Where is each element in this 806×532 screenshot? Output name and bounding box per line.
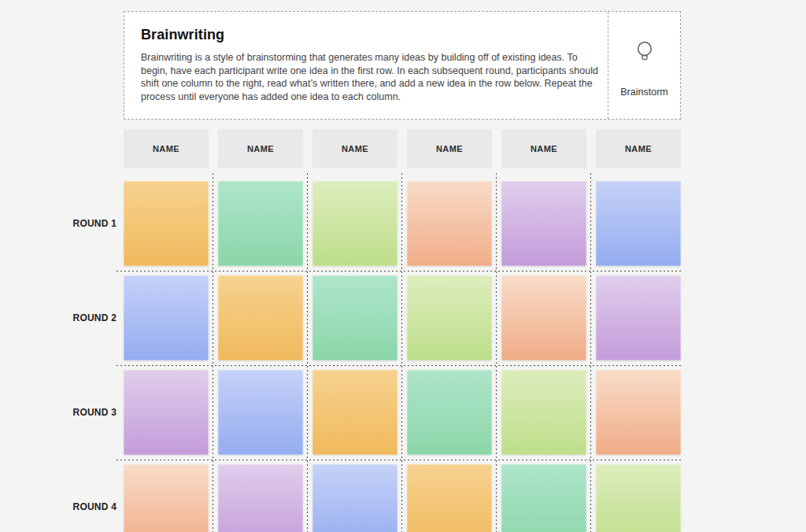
round-label-1: ROUND 1 bbox=[38, 181, 116, 266]
sticky-note-round3-col5-lime[interactable] bbox=[501, 370, 586, 455]
sticky-note-round4-col2-purple[interactable] bbox=[218, 464, 303, 532]
round-label-3: ROUND 3 bbox=[38, 370, 116, 455]
sticky-note-round2-col1-blue[interactable] bbox=[124, 275, 209, 360]
brainstorm-label: Brainstorm bbox=[620, 87, 667, 98]
sticky-note-round2-col6-purple[interactable] bbox=[596, 275, 681, 360]
sticky-note-round3-col3-orange[interactable] bbox=[312, 370, 397, 455]
page-title: Brainwriting bbox=[141, 27, 598, 43]
round-label-2: ROUND 2 bbox=[38, 275, 116, 360]
sticky-note-round2-col4-lime[interactable] bbox=[407, 275, 492, 360]
sticky-note-round1-col5-purple[interactable] bbox=[501, 181, 586, 266]
sticky-note-round1-col1-orange[interactable] bbox=[124, 181, 209, 266]
sticky-note-round1-col2-mint[interactable] bbox=[218, 181, 303, 266]
sticky-note-round4-col3-blue[interactable] bbox=[312, 464, 397, 532]
column-divider-line bbox=[213, 173, 213, 532]
sticky-note-round3-col4-mint[interactable] bbox=[407, 370, 492, 455]
sticky-note-round1-col6-blue[interactable] bbox=[596, 181, 681, 266]
sticky-note-round2-col2-orange[interactable] bbox=[218, 275, 303, 360]
sticky-note-round2-col5-peach[interactable] bbox=[501, 275, 586, 360]
column-divider-line bbox=[401, 173, 402, 532]
column-divider-line bbox=[590, 173, 591, 532]
sticky-note-round4-col1-peach[interactable] bbox=[124, 464, 209, 532]
header-main: Brainwriting Brainwriting is a style of … bbox=[124, 12, 608, 119]
header-card: Brainwriting Brainwriting is a style of … bbox=[124, 11, 681, 120]
column-header-6[interactable]: NAME bbox=[596, 129, 681, 168]
sticky-note-round2-col3-mint[interactable] bbox=[312, 275, 397, 360]
column-header-4[interactable]: NAME bbox=[407, 129, 492, 168]
row-divider-line bbox=[116, 271, 682, 272]
brainstorm-badge: Brainstorm bbox=[608, 12, 680, 119]
sticky-note-round3-col2-blue[interactable] bbox=[218, 370, 303, 455]
sticky-note-round3-col6-peach[interactable] bbox=[596, 370, 681, 455]
sticky-note-round3-col1-purple[interactable] bbox=[124, 370, 209, 455]
column-header-3[interactable]: NAME bbox=[312, 129, 397, 168]
column-header-2[interactable]: NAME bbox=[218, 129, 303, 168]
round-label-4: ROUND 4 bbox=[38, 464, 116, 532]
page-description: Brainwriting is a style of brainstorming… bbox=[141, 51, 598, 103]
sticky-note-round4-col4-orange[interactable] bbox=[407, 464, 492, 532]
column-divider-line bbox=[496, 173, 497, 532]
row-divider-line bbox=[116, 460, 682, 460]
column-header-1[interactable]: NAME bbox=[124, 129, 209, 168]
sticky-note-round1-col4-peach[interactable] bbox=[407, 181, 492, 266]
sticky-note-round4-col6-lime[interactable] bbox=[596, 464, 681, 532]
sticky-note-round1-col3-lime[interactable] bbox=[312, 181, 397, 266]
lightbulb-icon bbox=[635, 40, 654, 65]
row-divider-line bbox=[116, 365, 682, 366]
sticky-note-round4-col5-mint[interactable] bbox=[501, 464, 586, 532]
column-header-5[interactable]: NAME bbox=[501, 129, 586, 168]
brainwriting-template: Brainwriting Brainwriting is a style of … bbox=[0, 0, 806, 532]
column-divider-line bbox=[307, 173, 308, 532]
